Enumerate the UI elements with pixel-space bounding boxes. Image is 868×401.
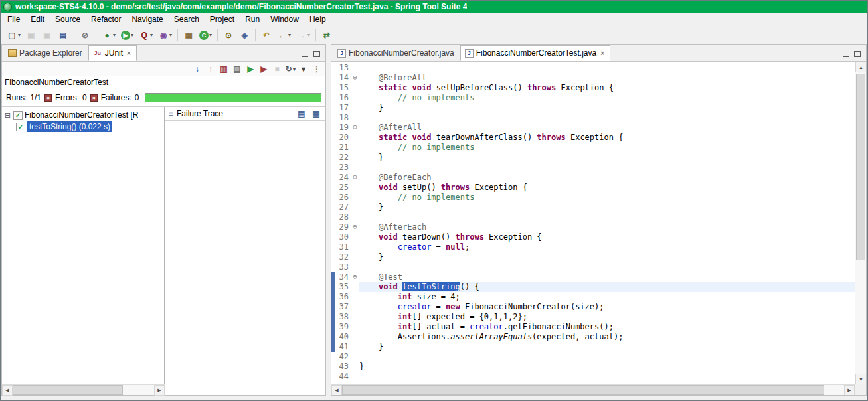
menu-source[interactable]: Source — [50, 13, 86, 26]
fold-collapse-icon[interactable]: ⊖ — [351, 123, 359, 133]
code-line-36[interactable]: 36 int size = 4; — [331, 292, 855, 302]
link-with-editor-button[interactable]: ⇄ — [319, 28, 334, 42]
skip-all-breakpoints-button[interactable]: ⊘ — [78, 28, 92, 42]
minimize-icon[interactable] — [302, 51, 308, 57]
scrollbar-thumb[interactable] — [856, 74, 865, 260]
code-line-39[interactable]: 39 int[] actual = creator.getFibonacciNu… — [331, 322, 855, 332]
editor-vertical-scrollbar[interactable]: ▲ ▼ — [855, 62, 866, 384]
new-java-class-button[interactable]: C▾ — [197, 28, 214, 42]
code-line-18[interactable]: 18 — [331, 113, 855, 123]
debug-button[interactable]: ●▾ — [100, 28, 118, 42]
code-line-32[interactable]: 32 } — [331, 252, 855, 262]
code-line-19[interactable]: 19⊖ @AfterAll — [331, 123, 855, 133]
run-button[interactable]: ▶▾ — [119, 28, 135, 42]
coverage-button[interactable]: Q▾ — [137, 28, 155, 42]
scroll-right-icon[interactable]: ▶ — [154, 385, 165, 396]
scrollbar-track[interactable] — [342, 385, 844, 395]
new-wizard-button[interactable]: ▢▾ — [5, 28, 23, 42]
code-line-33[interactable]: 33 — [331, 262, 855, 272]
fold-collapse-icon[interactable]: ⊖ — [351, 73, 359, 83]
code-editor[interactable]: 1314⊖ @BeforeAll15 static void setUpBefo… — [331, 62, 855, 384]
drag-handle[interactable]: ⋮ — [311, 63, 323, 75]
show-failures-only-button[interactable]: ▥ — [218, 63, 230, 75]
show-stack-trace-in-console-button[interactable]: ▤ — [296, 108, 307, 120]
fold-collapse-icon[interactable]: ⊖ — [351, 222, 359, 232]
scroll-right-icon[interactable]: ▶ — [844, 385, 855, 395]
code-line-15[interactable]: 15 static void setUpBeforeClass() throws… — [331, 83, 855, 93]
back-button[interactable]: ←▾ — [275, 28, 293, 42]
collapse-expander-icon[interactable]: ⊟ — [4, 111, 11, 120]
test-method-row[interactable]: ✓ testToString() (0.022 s) — [2, 121, 164, 133]
search-button[interactable]: ⊙ — [221, 28, 236, 42]
open-console-button[interactable]: ▤ — [56, 28, 70, 42]
code-line-28[interactable]: 28 — [331, 212, 855, 222]
profile-button[interactable]: ◉▾ — [156, 28, 174, 42]
close-tab-icon[interactable]: × — [127, 50, 131, 57]
code-line-31[interactable]: 31 creator = null; — [331, 242, 855, 252]
tab-package-explorer[interactable]: Package Explorer — [3, 45, 88, 61]
menu-search[interactable]: Search — [169, 13, 205, 26]
test-run-history-button[interactable]: ↻▾ — [284, 63, 296, 75]
rerun-failed-first-button[interactable]: ▶ — [258, 63, 270, 75]
minimize-icon[interactable] — [843, 51, 849, 57]
code-line-35[interactable]: 35 void testToString() { — [331, 282, 855, 292]
menu-help[interactable]: Help — [304, 13, 331, 26]
compare-result-button[interactable]: ▦ — [310, 108, 322, 120]
scrollbar-track[interactable] — [855, 72, 866, 374]
close-tab-icon[interactable]: × — [600, 50, 604, 57]
tree-horizontal-scrollbar[interactable]: ◀ ▶ — [2, 384, 165, 395]
code-line-20[interactable]: 20 static void tearDownAfterClass() thro… — [331, 133, 855, 143]
show-previous-failed-test-button[interactable]: ↑ — [205, 63, 217, 75]
rerun-test-button[interactable]: ▶ — [244, 63, 256, 75]
code-line-40[interactable]: 40 Assertions.assertArrayEquals(expected… — [331, 332, 855, 342]
code-line-26[interactable]: 26 // no implements — [331, 193, 855, 202]
maximize-icon[interactable] — [854, 51, 861, 57]
editor-horizontal-scrollbar[interactable]: ◀ ▶ — [331, 384, 855, 395]
code-line-30[interactable]: 30 void tearDown() throws Exception { — [331, 232, 855, 242]
menu-window[interactable]: Window — [265, 13, 304, 26]
code-line-43[interactable]: 43} — [331, 362, 855, 372]
fold-collapse-icon[interactable]: ⊖ — [351, 173, 359, 183]
tab-fibonaccinumbercreator-java[interactable]: J FibonacciNumberCreator.java — [333, 45, 460, 61]
code-line-34[interactable]: 34⊖ @Test — [331, 272, 855, 282]
new-java-project-button[interactable]: ▦ — [181, 28, 196, 42]
scroll-lock-button[interactable]: ▤ — [231, 63, 243, 75]
code-line-14[interactable]: 14⊖ @BeforeAll — [331, 73, 855, 83]
code-line-44[interactable]: 44 — [331, 372, 855, 382]
scrollbar-track[interactable] — [13, 385, 154, 395]
scrollbar-thumb[interactable] — [13, 385, 123, 395]
code-line-42[interactable]: 42 — [331, 352, 855, 362]
menu-navigate[interactable]: Navigate — [126, 13, 168, 26]
code-line-38[interactable]: 38 int[] expected = {0,1,1,2}; — [331, 312, 855, 322]
view-menu-button[interactable]: ▾ — [298, 63, 309, 75]
code-line-37[interactable]: 37 creator = new FibonacciNumberCreator(… — [331, 302, 855, 312]
menu-file[interactable]: File — [2, 13, 25, 26]
scrollbar-thumb[interactable] — [342, 385, 824, 395]
code-line-25[interactable]: 25 void setUp() throws Exception { — [331, 183, 855, 193]
scroll-down-icon[interactable]: ▼ — [855, 374, 866, 384]
test-suite-row[interactable]: ⊟ ✓ FibonacciNumberCreatorTest [R — [2, 109, 164, 121]
code-line-16[interactable]: 16 // no implements — [331, 93, 855, 103]
tab-junit[interactable]: Ju JUnit × — [88, 45, 137, 61]
code-line-24[interactable]: 24⊖ @BeforeEach — [331, 173, 855, 183]
menu-project[interactable]: Project — [205, 13, 240, 26]
code-line-17[interactable]: 17 } — [331, 103, 855, 113]
fold-collapse-icon[interactable]: ⊖ — [351, 272, 359, 282]
tab-fibonaccinumbercreatortest-java[interactable]: J FibonacciNumberCreatorTest.java × — [460, 45, 610, 61]
show-next-failed-test-button[interactable]: ↓ — [191, 63, 203, 75]
menu-run[interactable]: Run — [240, 13, 265, 26]
menu-refactor[interactable]: Refactor — [86, 13, 126, 26]
open-type-button[interactable]: ◈ — [237, 28, 252, 42]
code-line-27[interactable]: 27 } — [331, 202, 855, 212]
maximize-icon[interactable] — [313, 51, 320, 57]
code-line-23[interactable]: 23 — [331, 163, 855, 173]
scroll-left-icon[interactable]: ◀ — [331, 385, 342, 395]
code-line-13[interactable]: 13 — [331, 63, 855, 73]
scroll-left-icon[interactable]: ◀ — [2, 385, 13, 396]
last-edit-location-button[interactable]: ↶ — [259, 28, 274, 42]
menu-edit[interactable]: Edit — [25, 13, 50, 26]
scroll-up-icon[interactable]: ▲ — [855, 62, 866, 72]
code-line-22[interactable]: 22 } — [331, 153, 855, 163]
code-line-29[interactable]: 29⊖ @AfterEach — [331, 222, 855, 232]
code-line-21[interactable]: 21 // no implements — [331, 143, 855, 153]
